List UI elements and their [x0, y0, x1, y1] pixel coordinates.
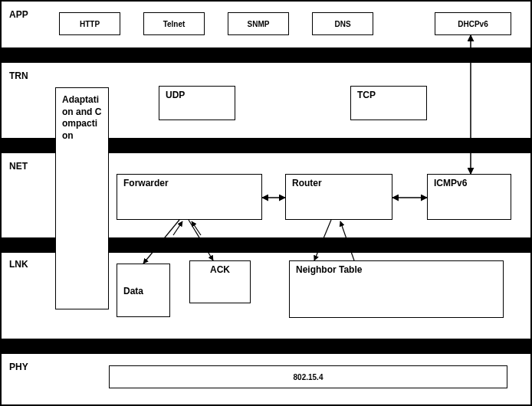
bar-app-trn — [2, 47, 530, 63]
layer-label-net: NET — [9, 161, 28, 172]
box-snmp: SNMP — [228, 12, 289, 35]
box-adaptation: Adaptation and Compaction — [55, 87, 109, 309]
box-neighbor: Neighbor Table — [289, 260, 504, 318]
box-router: Router — [285, 174, 392, 220]
layer-label-app: APP — [9, 9, 28, 20]
diagram-canvas: APP TRN NET LNK PHY HTTP Telnet SNMP DNS… — [0, 0, 532, 406]
layer-label-phy: PHY — [9, 362, 28, 372]
box-data: Data — [117, 264, 170, 317]
box-dhcpv6: DHCPv6 — [435, 12, 511, 35]
svg-line-5 — [173, 221, 182, 235]
svg-line-6 — [192, 221, 201, 235]
box-ack: ACK — [189, 260, 251, 303]
box-802-15-4: 802.15.4 — [109, 365, 507, 388]
bar-lnk-phy — [2, 339, 530, 354]
layer-label-trn: TRN — [9, 70, 28, 81]
box-udp: UDP — [159, 86, 235, 120]
box-tcp: TCP — [350, 86, 427, 120]
box-forwarder: Forwarder — [117, 174, 262, 220]
box-dns: DNS — [312, 12, 373, 35]
layer-label-lnk: LNK — [9, 259, 28, 270]
box-http: HTTP — [59, 12, 120, 35]
box-telnet: Telnet — [143, 12, 205, 35]
box-icmpv6: ICMPv6 — [427, 174, 511, 220]
